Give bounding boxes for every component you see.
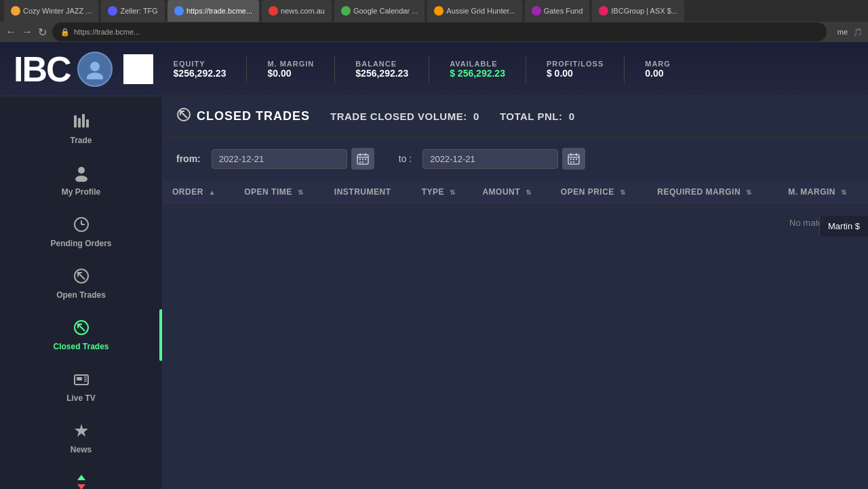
- col-required-margin[interactable]: Required Margin ⇅: [648, 180, 778, 204]
- martin-badge: Martin $: [819, 216, 868, 237]
- sidebar-item-my-profile[interactable]: My Profile: [0, 155, 162, 206]
- svg-point-7: [75, 176, 87, 182]
- svg-rect-38: [570, 161, 572, 163]
- to-calendar-button[interactable]: [562, 148, 585, 170]
- stat-divider-4: [526, 56, 526, 83]
- open-price-sort-icon: ⇅: [620, 189, 626, 196]
- table-header-row: Order ▲ Open Time ⇅ Instrument Type ⇅ Am…: [163, 180, 868, 204]
- req-margin-sort-icon: ⇅: [746, 189, 752, 196]
- browser-tab-3[interactable]: https://trade.bcme...: [167, 0, 259, 22]
- col-open-price[interactable]: Open Price ⇅: [551, 180, 648, 204]
- available-stat: AVAILABLE $ 256,292.23: [450, 60, 505, 79]
- amount-sort-icon: ⇅: [526, 189, 532, 196]
- sidebar-item-trade[interactable]: Trade: [0, 103, 162, 155]
- browser-tab-7[interactable]: Gates Fund: [525, 0, 589, 22]
- svg-rect-29: [359, 161, 361, 163]
- bookmark-item-2: 🎵: [853, 28, 863, 37]
- to-date-group: [422, 148, 585, 170]
- main-content: CLOSED TRADES TRADE CLOSED VOLUME: 0 TOT…: [163, 96, 868, 489]
- sidebar-label-news: News: [71, 445, 92, 454]
- to-date-input[interactable]: [422, 149, 558, 169]
- sidebar-item-pending-orders[interactable]: Pending Orders: [0, 206, 162, 258]
- sidebar-label-trade: Trade: [70, 136, 92, 145]
- svg-rect-28: [365, 159, 366, 160]
- browser-chrome: Cozy Winter JAZZ ... Zeller: TFG https:/…: [0, 0, 868, 42]
- browser-tab-2[interactable]: Zeller: TFG: [101, 0, 164, 22]
- background-decoration: [163, 286, 868, 489]
- svg-point-6: [78, 167, 85, 174]
- svg-rect-26: [359, 159, 361, 160]
- logo-area: IBC: [14, 52, 153, 87]
- from-date-input[interactable]: [212, 149, 347, 169]
- page-title: CLOSED TRADES: [176, 107, 310, 125]
- from-date-group: [212, 148, 374, 170]
- svg-marker-18: [75, 424, 88, 437]
- svg-rect-5: [86, 119, 89, 128]
- address-bar[interactable]: 🔒 https://trade.bcme...: [52, 22, 827, 41]
- type-sort-icon: ⇅: [450, 189, 456, 196]
- col-amount[interactable]: Amount ⇅: [473, 180, 551, 204]
- no-data-row: No matching da...: [163, 204, 868, 242]
- pending-orders-icon: [73, 216, 90, 236]
- filter-bar: from: to :: [163, 137, 868, 180]
- trades-table: Order ▲ Open Time ⇅ Instrument Type ⇅ Am…: [163, 180, 868, 241]
- col-open-time[interactable]: Open Time ⇅: [235, 180, 325, 204]
- sidebar-item-open-trades[interactable]: Open Trades: [0, 258, 162, 309]
- stat-divider-3: [429, 56, 429, 83]
- open-trades-icon: [73, 267, 90, 288]
- sidebar-label-profile: My Profile: [62, 187, 100, 197]
- forward-icon[interactable]: →: [22, 26, 33, 38]
- profile-icon: [73, 164, 90, 184]
- svg-marker-19: [77, 475, 85, 480]
- col-m-margin[interactable]: M. Margin ⇅: [778, 180, 868, 204]
- col-type[interactable]: Type ⇅: [412, 180, 473, 204]
- from-calendar-button[interactable]: [351, 148, 374, 170]
- svg-rect-3: [78, 118, 81, 128]
- browser-tab-5[interactable]: Google Calendar ...: [334, 0, 425, 22]
- sidebar-item-news[interactable]: News: [0, 412, 162, 464]
- col-instrument: Instrument: [325, 180, 412, 204]
- browser-tabs-row: Cozy Winter JAZZ ... Zeller: TFG https:/…: [0, 0, 868, 22]
- browser-tab-4[interactable]: news.com.au: [262, 0, 332, 22]
- svg-point-42: [258, 401, 746, 489]
- svg-point-1: [87, 73, 103, 79]
- svg-rect-35: [570, 159, 572, 160]
- equity-stat: EQUITY $256,292.23: [174, 60, 226, 79]
- reload-icon[interactable]: ↻: [38, 26, 47, 39]
- svg-rect-39: [573, 161, 574, 163]
- svg-point-40: [366, 455, 637, 489]
- svg-rect-14: [77, 377, 82, 380]
- from-label: from:: [176, 153, 201, 164]
- sidebar-item-gainers-losers[interactable]: Gainers & Losers: [0, 464, 162, 489]
- avatar-square: [123, 54, 153, 84]
- live-tv-icon: [73, 370, 90, 391]
- sidebar-item-closed-trades[interactable]: Closed Trades: [0, 309, 162, 361]
- app-header: IBC EQUITY $256,292.23 M. MARGIN $0.00 B…: [0, 42, 868, 96]
- sidebar-label-closed: Closed Trades: [53, 342, 108, 351]
- trade-closed-volume: TRADE CLOSED VOLUME: 0: [330, 111, 479, 122]
- sidebar-item-live-tv[interactable]: Live TV: [0, 361, 162, 412]
- pnl-stat: PROFIT/LOSS $ 0.00: [547, 60, 604, 79]
- total-pnl: TOTAL PNL: 0: [500, 111, 575, 122]
- trades-table-container: Order ▲ Open Time ⇅ Instrument Type ⇅ Am…: [163, 180, 868, 241]
- browser-tab-8[interactable]: IBCGroup | ASX $...: [592, 0, 684, 22]
- browser-tab-6[interactable]: Aussie Grid Hunter...: [427, 0, 522, 22]
- marg-stat: MARG 0.00: [645, 60, 671, 79]
- sidebar-label-pending: Pending Orders: [50, 239, 111, 248]
- back-icon[interactable]: ←: [5, 26, 16, 38]
- svg-marker-20: [77, 484, 85, 489]
- svg-rect-4: [82, 114, 85, 128]
- avatar[interactable]: [77, 52, 113, 87]
- browser-tab-1[interactable]: Cozy Winter JAZZ ...: [4, 0, 98, 22]
- svg-point-41: [312, 428, 692, 489]
- svg-rect-27: [362, 159, 363, 160]
- col-order[interactable]: Order ▲: [163, 180, 235, 204]
- logo-text: IBC: [14, 52, 71, 87]
- gainers-losers-icon: [73, 473, 90, 489]
- stat-divider-5: [624, 56, 625, 83]
- stat-divider-2: [334, 56, 335, 83]
- svg-rect-37: [576, 159, 577, 160]
- svg-rect-2: [74, 115, 77, 128]
- sidebar: Trade My Profile Pending Orders Ope: [0, 96, 163, 489]
- stat-divider-1: [246, 56, 247, 83]
